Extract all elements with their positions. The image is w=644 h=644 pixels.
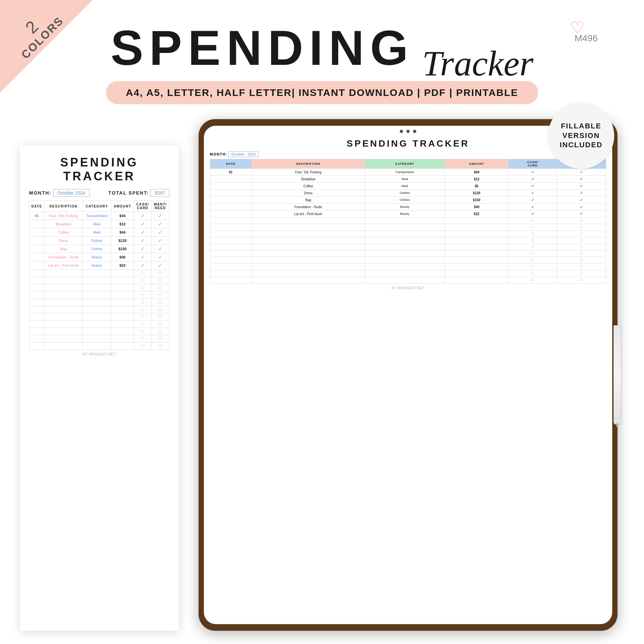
cell-amount bbox=[111, 321, 134, 328]
tablet-cell-desc: Breakfast bbox=[252, 176, 365, 183]
cell-cat bbox=[83, 284, 111, 292]
cell-cash bbox=[134, 313, 152, 321]
tablet-table-row bbox=[210, 217, 606, 224]
table-row bbox=[29, 299, 169, 306]
cell-want bbox=[151, 328, 169, 335]
cell-amount: $120 bbox=[111, 237, 134, 245]
cell-cat bbox=[83, 328, 111, 335]
cell-date bbox=[29, 270, 45, 277]
paper-document: SPENDING TRACKER MONTH: October 2024 TOT… bbox=[20, 146, 179, 631]
camera-dot-1 bbox=[400, 130, 403, 133]
cell-date bbox=[29, 245, 45, 253]
tablet-cell-cash: ✓ bbox=[509, 169, 557, 176]
cell-want bbox=[151, 335, 169, 343]
tablet-frame: SPENDING TRACKER MONTH: October - 2024 T… bbox=[199, 119, 618, 631]
cell-amount bbox=[111, 335, 134, 343]
tablet-cell-amount bbox=[445, 277, 509, 284]
tablet-table-row: Coffee Meal $5 ✓ ✓ bbox=[210, 183, 606, 190]
tablet-cell-desc: Lip tint - Pink blush bbox=[252, 210, 365, 217]
cell-amount: $22 bbox=[111, 261, 134, 270]
cell-cat bbox=[83, 313, 111, 321]
tablet-cell-cash bbox=[509, 244, 557, 251]
table-row bbox=[29, 270, 169, 277]
cell-cash: ✓ bbox=[134, 237, 152, 245]
cell-desc bbox=[44, 321, 82, 328]
tablet-cell-want bbox=[557, 224, 606, 231]
camera-dot-3 bbox=[413, 130, 416, 133]
paper-footer: BY MRSNEAT.NET bbox=[29, 352, 169, 356]
tablet-cell-want bbox=[557, 264, 606, 270]
tablet-cell-cash: ✓ bbox=[509, 176, 557, 183]
tablet-cell-date bbox=[210, 244, 252, 251]
tablet-cell-desc: Coffee bbox=[252, 183, 365, 190]
tablet-cell-cat: Beauty bbox=[365, 204, 445, 210]
tablet-cell-cash: ✓ bbox=[509, 197, 557, 204]
cell-cash: ✓ bbox=[134, 220, 152, 228]
paper-tracker-table: DATE DESCRIPTION CATEGORY AMOUNT CASH/CA… bbox=[29, 201, 169, 350]
tablet-cell-want bbox=[557, 251, 606, 257]
tablet-cell-cash bbox=[509, 270, 557, 277]
paper-doc-title: SPENDING TRACKER bbox=[29, 156, 169, 183]
tablet-cell-want: ✓ bbox=[557, 190, 606, 197]
cell-date bbox=[29, 220, 45, 228]
fillable-line3: INCLUDED bbox=[560, 140, 603, 150]
table-row: Foundation - Nude Beauty $40 ✓ ✓ bbox=[29, 253, 169, 261]
subtitle-text: A4, A5, LETTER, HALF LETTER| INSTANT DOW… bbox=[126, 87, 518, 98]
tablet-wrapper: SPENDING TRACKER MONTH: October - 2024 T… bbox=[192, 119, 624, 631]
cell-want bbox=[151, 343, 169, 350]
cell-amount bbox=[111, 343, 134, 350]
cell-want: ✓ bbox=[151, 220, 169, 228]
cell-date bbox=[29, 343, 45, 350]
cell-cat bbox=[83, 270, 111, 277]
cell-date bbox=[29, 292, 45, 299]
tablet-table-row bbox=[210, 270, 606, 277]
table-row bbox=[29, 328, 169, 335]
cell-want: ✓ bbox=[151, 245, 169, 253]
cell-date bbox=[29, 321, 45, 328]
cell-cash bbox=[134, 292, 152, 299]
table-row bbox=[29, 321, 169, 328]
cell-want: ✓ bbox=[151, 212, 169, 220]
cell-want bbox=[151, 306, 169, 313]
tablet-table-row: Breakfast Meal $12 ✓ ✓ bbox=[210, 176, 606, 183]
tablet-cell-desc bbox=[252, 224, 365, 231]
tablet-cell-cat bbox=[365, 277, 445, 284]
cell-cat bbox=[83, 335, 111, 343]
tablet-cell-amount bbox=[445, 224, 509, 231]
cell-want bbox=[151, 270, 169, 277]
tablet-cell-amount: $40 bbox=[445, 204, 509, 210]
cell-amount: $44 bbox=[111, 228, 134, 237]
cell-date bbox=[29, 335, 45, 343]
tablet-table-row bbox=[210, 244, 606, 251]
table-row: Dress Clothes $120 ✓ ✓ bbox=[29, 237, 169, 245]
cell-desc: Coffee bbox=[44, 228, 82, 237]
tablet-cell-want: ✓ bbox=[557, 183, 606, 190]
tablet-cell-cash bbox=[509, 224, 557, 231]
cell-desc bbox=[44, 313, 82, 321]
tablet-table-row: Lip tint - Pink blush Beauty $22 ✓ ✓ bbox=[210, 210, 606, 217]
tablet-cell-cash: ✓ bbox=[509, 190, 557, 197]
cell-amount: $40 bbox=[111, 253, 134, 261]
cell-desc bbox=[44, 343, 82, 350]
cell-amount bbox=[111, 306, 134, 313]
cell-want bbox=[151, 292, 169, 299]
tablet-cell-date bbox=[210, 197, 252, 204]
tablet-cell-date bbox=[210, 237, 252, 244]
cell-cat: Clothes bbox=[83, 237, 111, 245]
cell-cat: Meal bbox=[83, 228, 111, 237]
cell-desc: Lip tint - Pink blush bbox=[44, 261, 82, 270]
cell-cat bbox=[83, 321, 111, 328]
tablet-table-row bbox=[210, 277, 606, 284]
cell-date bbox=[29, 277, 45, 284]
tablet-cell-cat bbox=[365, 251, 445, 257]
tablet-cell-amount bbox=[445, 251, 509, 257]
col-want: WANT/NEED bbox=[151, 201, 169, 212]
cell-amount bbox=[111, 313, 134, 321]
tablet-cell-want bbox=[557, 237, 606, 244]
camera-dot-2 bbox=[406, 130, 410, 133]
table-row: Lip tint - Pink blush Beauty $22 ✓ ✓ bbox=[29, 261, 169, 270]
tablet-cell-desc bbox=[252, 231, 365, 237]
tablet-cell-cash bbox=[509, 264, 557, 270]
tablet-cell-cat bbox=[365, 264, 445, 270]
col-cash: CASH/CARD bbox=[134, 201, 152, 212]
